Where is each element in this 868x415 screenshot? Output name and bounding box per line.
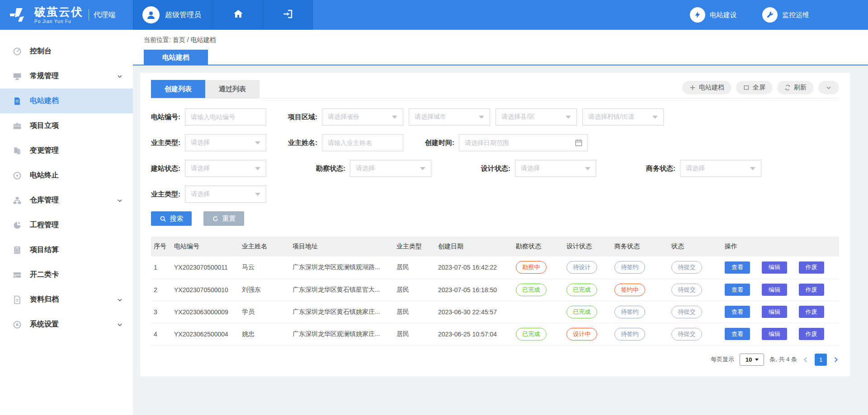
tab-create-list[interactable]: 创建列表 — [151, 80, 205, 98]
page-number-button[interactable]: 1 — [815, 354, 827, 366]
caret-down-icon — [585, 167, 590, 170]
survey-status-select[interactable]: 请选择 — [350, 160, 431, 177]
sidebar-item-system-settings[interactable]: 系统设置 — [0, 312, 133, 337]
logo-title: 破茧云伏 — [34, 6, 83, 18]
list-panel: 创建列表 通过列表 电站建档 全屏 — [140, 73, 850, 376]
edit-button[interactable]: 编辑 — [762, 284, 787, 296]
design-status-select[interactable]: 请选择 — [515, 160, 596, 177]
filter-form: 电站编号: 项目区域: 请选择省份 请选择城市 请选择县/区 请选择村镇/街道 — [151, 108, 839, 203]
nav-monitor-ops[interactable]: 监控运维 — [762, 7, 809, 23]
sidebar-item-project-initiation[interactable]: 项目立项 — [0, 113, 133, 138]
status-badge: 待提交 — [671, 284, 702, 296]
logo-icon — [9, 7, 29, 23]
sidebar-item-general-mgmt[interactable]: 常规管理 — [0, 64, 133, 89]
collapse-button[interactable] — [818, 81, 839, 94]
wrench-icon — [762, 7, 778, 23]
breadcrumb-bar: 当前位置: 首页 / 电站建档 电站建档 — [133, 30, 868, 65]
view-button[interactable]: 查看 — [725, 328, 750, 340]
owner-name-input[interactable] — [322, 135, 403, 151]
edit-button[interactable]: 编辑 — [762, 328, 787, 340]
view-button[interactable]: 查看 — [725, 306, 750, 318]
sidebar-item-project-settlement[interactable]: 项目结算 — [0, 238, 133, 262]
caret-down-icon — [652, 116, 658, 119]
home-button[interactable] — [213, 0, 263, 30]
sidebar-item-console[interactable]: 控制台 — [0, 39, 133, 64]
sidebar: 控制台 常规管理 电站建档 项目立项 变更管理 电站终止 — [0, 30, 133, 415]
tab-passed-list[interactable]: 通过列表 — [205, 80, 259, 98]
edit-button[interactable]: 编辑 — [762, 306, 787, 318]
town-select[interactable]: 请选择村镇/街道 — [582, 108, 664, 126]
status-badge: 勘察中 — [516, 261, 547, 274]
refresh-icon — [784, 84, 791, 91]
home-icon — [233, 9, 244, 21]
caret-down-icon — [392, 116, 397, 119]
settings-icon — [13, 320, 22, 329]
search-icon — [160, 215, 166, 222]
owner-type-select[interactable]: 请选择 — [185, 134, 266, 151]
filter-actions: 搜索 重置 — [151, 211, 839, 226]
void-button[interactable]: 作废 — [799, 284, 824, 296]
pagination: 每页显示 10 条, 共 4 条 1 — [151, 354, 839, 366]
avatar — [142, 6, 160, 23]
user-menu[interactable]: 超级管理员 — [133, 0, 213, 30]
logout-icon — [283, 9, 293, 21]
user-strip: 超级管理员 — [133, 0, 313, 30]
per-page-label: 每页显示 — [711, 355, 734, 364]
fullscreen-button[interactable]: 全屏 — [736, 81, 773, 94]
search-button[interactable]: 搜索 — [151, 211, 192, 226]
caret-down-icon — [755, 359, 759, 361]
archive-icon — [13, 295, 22, 304]
sidebar-item-change-mgmt[interactable]: 变更管理 — [0, 138, 133, 163]
status-badge: 已完成 — [566, 306, 597, 318]
county-select[interactable]: 请选择县/区 — [495, 108, 577, 126]
logo-subtitle: Po Jian Yun Fu — [34, 19, 83, 24]
chevron-right-icon — [832, 356, 839, 363]
sidebar-item-engineering-mgmt[interactable]: 工程管理 — [0, 213, 133, 238]
date-range-input[interactable] — [459, 135, 587, 151]
page-tab-station-filing[interactable]: 电站建档 — [144, 50, 208, 65]
logout-button[interactable] — [263, 0, 313, 30]
breadcrumb: 当前位置: 首页 / 电站建档 — [144, 36, 868, 44]
station-table: 序号 电站编号 业主姓名 项目地址 业主类型 创建日期 勘察状态 设计状态 商务… — [151, 237, 839, 345]
sidebar-item-station-termination[interactable]: 电站终止 — [0, 163, 133, 188]
sidebar-item-warehouse-mgmt[interactable]: 仓库管理 — [0, 188, 133, 213]
view-button[interactable]: 查看 — [725, 261, 750, 274]
business-status-select[interactable]: 请选择 — [680, 160, 761, 177]
status-badge: 已完成 — [566, 284, 597, 296]
city-select[interactable]: 请选择城市 — [409, 108, 490, 126]
monitor-icon — [13, 72, 22, 81]
refresh-button[interactable]: 刷新 — [777, 81, 814, 94]
chevron-left-icon — [802, 356, 809, 363]
panel-toolbar: 电站建档 全屏 刷新 — [682, 81, 839, 98]
copy-icon — [13, 146, 22, 155]
status-badge: 待设计 — [566, 261, 597, 274]
void-button[interactable]: 作废 — [799, 306, 824, 318]
per-page-select[interactable]: 10 — [740, 354, 764, 366]
logo: 破茧云伏 Po Jian Yun Fu 代理端 — [0, 0, 133, 30]
sidebar-item-class2-card[interactable]: 开二类卡 — [0, 262, 133, 287]
sidebar-item-data-archive[interactable]: 资料归档 — [0, 287, 133, 312]
status-badge: 待提交 — [671, 328, 702, 340]
sidebar-item-station-filing[interactable]: 电站建档 — [0, 89, 133, 113]
build-status-select[interactable]: 请选择 — [185, 160, 266, 177]
caret-down-icon — [566, 116, 571, 119]
void-button[interactable]: 作废 — [799, 328, 824, 340]
user-name: 超级管理员 — [165, 10, 201, 20]
nav-station-build[interactable]: 电站建设 — [690, 7, 737, 23]
status-badge: 待提交 — [671, 261, 702, 274]
void-button[interactable]: 作废 — [799, 261, 824, 274]
province-select[interactable]: 请选择省份 — [322, 108, 403, 126]
owner-type2-select[interactable]: 请选择 — [185, 186, 266, 203]
chevron-down-icon — [117, 197, 123, 204]
create-station-button[interactable]: 电站建档 — [682, 81, 731, 94]
record-icon — [13, 171, 22, 180]
prev-page-button[interactable] — [802, 356, 809, 363]
edit-button[interactable]: 编辑 — [762, 261, 787, 274]
station-code-input[interactable] — [185, 109, 266, 125]
reset-button[interactable]: 重置 — [203, 211, 244, 226]
view-button[interactable]: 查看 — [725, 284, 750, 296]
next-page-button[interactable] — [832, 356, 839, 363]
top-nav: 电站建设 监控运维 — [313, 0, 868, 30]
status-badge: 设计中 — [566, 328, 597, 340]
table-header-row: 序号 电站编号 业主姓名 项目地址 业主类型 创建日期 勘察状态 设计状态 商务… — [151, 237, 839, 256]
